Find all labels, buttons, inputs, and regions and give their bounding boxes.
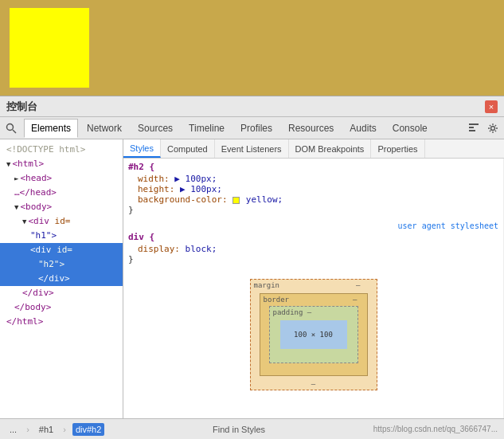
tab-elements[interactable]: Elements xyxy=(24,119,78,138)
dom-html-close[interactable]: </html> xyxy=(0,315,123,329)
svg-point-5 xyxy=(491,126,495,130)
breadcrumb-separator-2: › xyxy=(63,425,66,434)
dom-body[interactable]: ▼<body> xyxy=(0,200,123,214)
dom-div-h1[interactable]: ▼<div id= xyxy=(0,214,123,229)
sub-tab-dom-breakpoints[interactable]: DOM Breakpoints xyxy=(289,139,372,158)
tab-sources[interactable]: Sources xyxy=(131,119,180,138)
sub-tab-properties[interactable]: Properties xyxy=(371,139,424,158)
sub-tab-styles[interactable]: Styles xyxy=(123,139,161,158)
sub-tab-event-listeners[interactable]: Event Listeners xyxy=(215,139,289,158)
margin-dash-bottom: – xyxy=(311,380,315,388)
svg-point-0 xyxy=(7,123,14,130)
devtools-title: 控制台 xyxy=(6,100,37,114)
tab-profiles[interactable]: Profiles xyxy=(233,119,279,138)
ua-selector: div { xyxy=(128,232,498,242)
find-in-styles-label[interactable]: Find in Styles xyxy=(213,425,265,434)
tab-network[interactable]: Network xyxy=(80,119,129,138)
inline-prop-bgcolor[interactable]: background-color: yellow; xyxy=(128,194,498,205)
styles-panel: Styles Computed Event Listeners DOM Brea… xyxy=(123,139,504,418)
dom-doctype[interactable]: <!DOCTYPE html> xyxy=(0,143,123,157)
dom-div-h2-attr[interactable]: "h2"> xyxy=(0,257,123,272)
color-swatch xyxy=(232,197,240,204)
svg-rect-4 xyxy=(469,130,475,131)
styles-content-area: #h2 { width: ▶ 100px; height: ▶ 100px; b… xyxy=(123,159,504,418)
dom-div-h2[interactable]: <div id= xyxy=(0,243,123,257)
svg-line-1 xyxy=(13,130,16,133)
dom-tree-panel: <!DOCTYPE html> ▼<html> ►<head> …</head>… xyxy=(0,139,123,418)
sub-tabs-bar: Styles Computed Event Listeners DOM Brea… xyxy=(123,139,504,159)
dom-head-close[interactable]: …</head> xyxy=(0,186,123,200)
dom-html[interactable]: ▼<html> xyxy=(0,157,123,171)
tab-audits[interactable]: Audits xyxy=(342,119,383,138)
inline-style-rule: #h2 { width: ▶ 100px; height: ▶ 100px; b… xyxy=(128,162,498,215)
settings-icon[interactable] xyxy=(485,120,501,136)
dom-div-h1-close[interactable]: </div> xyxy=(0,286,123,300)
inline-prop-height[interactable]: height: ▶ 100px; xyxy=(128,184,498,194)
yellow-preview-box xyxy=(10,8,89,88)
devtools-titlebar: 控制台 × xyxy=(0,96,504,117)
inline-selector: #h2 { xyxy=(128,162,498,172)
box-content-layer: 100 × 100 xyxy=(280,320,347,349)
dock-icon[interactable] xyxy=(466,120,482,136)
inline-prop-width[interactable]: width: ▶ 100px; xyxy=(128,174,498,184)
padding-label: padding – xyxy=(273,308,312,316)
devtools-panel: 控制台 × Elements Network Sources Timeline … xyxy=(0,96,504,439)
ua-rule-closing: } xyxy=(128,254,498,265)
breadcrumb-h2[interactable]: div#h2 xyxy=(72,423,104,436)
devtools-tabs-bar: Elements Network Sources Timeline Profil… xyxy=(0,117,504,139)
breadcrumb-separator-1: › xyxy=(26,425,29,434)
svg-rect-2 xyxy=(469,123,479,125)
dom-head[interactable]: ►<head> xyxy=(0,171,123,186)
ua-source-label: user agent stylesheet xyxy=(128,221,498,230)
margin-label: margin xyxy=(254,281,280,289)
margin-dash-top-right: – xyxy=(356,281,360,289)
dom-div-h2-close[interactable]: </div> xyxy=(0,272,123,286)
content-size-label: 100 × 100 xyxy=(294,331,333,339)
tab-resources[interactable]: Resources xyxy=(281,119,341,138)
dom-body-close[interactable]: </body> xyxy=(0,300,123,315)
tab-timeline[interactable]: Timeline xyxy=(182,119,232,138)
ua-prop-display[interactable]: display: block; xyxy=(128,244,498,254)
sub-tab-computed[interactable]: Computed xyxy=(161,139,215,158)
border-dash: – xyxy=(353,296,357,304)
styles-rules-panel: #h2 { width: ▶ 100px; height: ▶ 100px; b… xyxy=(123,159,504,418)
devtools-url-label: https://blog.csdn.net/qq_3666747... xyxy=(373,425,498,433)
inline-rule-closing: } xyxy=(128,205,498,215)
border-label: border xyxy=(264,296,290,304)
dom-div-h1-attr[interactable]: "h1"> xyxy=(0,229,123,243)
devtools-close-button[interactable]: × xyxy=(485,100,498,113)
tab-console[interactable]: Console xyxy=(385,119,435,138)
breadcrumb-dots[interactable]: ... xyxy=(6,423,20,436)
breadcrumb-h1[interactable]: #h1 xyxy=(36,423,57,436)
box-model-panel: margin – – border – padding – xyxy=(128,271,498,398)
svg-rect-3 xyxy=(469,127,474,128)
search-icon[interactable] xyxy=(3,120,19,136)
devtools-bottom-bar: ... › #h1 › div#h2 Find in Styles https:… xyxy=(0,418,504,439)
preview-area xyxy=(0,0,504,96)
devtools-main-content: <!DOCTYPE html> ▼<html> ►<head> …</head>… xyxy=(0,139,504,418)
ua-stylesheet-rule: user agent stylesheet div { display: blo… xyxy=(128,221,498,265)
box-model-diagram: margin – – border – padding – xyxy=(250,279,377,390)
